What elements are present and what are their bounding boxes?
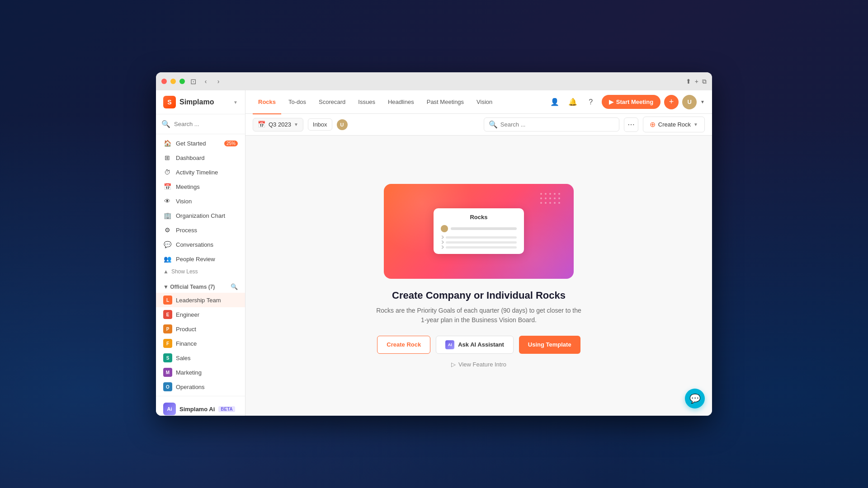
operations-team-avatar: O [163,382,172,391]
user-profile-btn[interactable]: 👤 [547,95,562,109]
toolbar: 📅 Q3 2023 ▼ Inbox U 🔍 ⋯ ⊕ Create R [245,114,712,136]
browser-back-btn[interactable]: ‹ [201,77,210,86]
get-started-badge: 25% [224,141,238,146]
empty-state: Rocks [366,175,592,377]
rocks-card-row-2 [441,241,517,244]
org-chart-icon: 🏢 [163,211,171,220]
browser-share-icon[interactable]: ⬆ [686,78,691,85]
marketing-team-avatar: M [163,368,172,377]
inbox-button[interactable]: Inbox [308,118,332,131]
tab-scorecard[interactable]: Scorecard [313,96,351,108]
nav-item-label: Process [176,227,197,234]
tab-to-dos[interactable]: To-dos [283,96,311,108]
nav-item-process[interactable]: ⚙ Process [156,223,245,237]
nav-item-org-chart[interactable]: 🏢 Organization Chart [156,208,245,223]
tab-issues[interactable]: Issues [353,96,381,108]
ask-ai-assistant-button[interactable]: AI Ask AI Assistant [436,336,514,354]
create-rock-empty-button[interactable]: Create Rock [377,336,430,354]
sidebar-search-input[interactable] [174,121,245,127]
traffic-light-yellow[interactable] [170,79,176,84]
nav-item-meetings[interactable]: 📅 Meetings [156,179,245,194]
dashboard-icon: ⊞ [163,154,171,162]
global-add-button[interactable]: + [664,95,679,109]
toolbar-search-container: 🔍 [484,117,619,131]
tab-headlines[interactable]: Headlines [382,96,420,108]
nav-item-people-review[interactable]: 👥 People Review [156,252,245,266]
toolbar-search-icon: 🔍 [489,120,498,129]
team-item-operations[interactable]: O Operations [156,380,245,394]
browser-chrome: ⊡ ‹ › ⬆ + ⧉ [156,72,712,90]
nav-item-activity-timeline[interactable]: ⏱ Activity Timeline [156,165,245,179]
team-item-sales[interactable]: S Sales [156,351,245,365]
tab-past-meetings[interactable]: Past Meetings [421,96,469,108]
show-less-button[interactable]: ▲ Show Less [156,266,245,277]
simplamo-ai-text: Simplamo Ai [179,406,215,413]
app-logo-text: Simplamo [179,98,214,106]
filter-button[interactable]: ⋯ [624,117,638,132]
tab-rocks[interactable]: Rocks [253,96,281,108]
view-feature-intro-link[interactable]: ▷ View Feature Intro [451,361,506,368]
logo-dropdown-icon[interactable]: ▼ [233,100,238,105]
rocks-preview-card: Rocks [434,208,524,254]
row-arrow-icon-2 [440,240,444,244]
row-arrow-icon-3 [440,245,444,249]
sidebar: S Simplamo ▼ 🔍 ⌘ K 🏠 Get Started 25% [156,90,245,416]
tab-vision[interactable]: Vision [471,96,498,108]
create-rock-dropdown-icon: ▼ [693,122,698,127]
start-meeting-button[interactable]: ▶ Start Meeting [602,95,660,109]
simplamo-ai-item[interactable]: Ai Simplamo Ai BETA [156,400,245,416]
simplamo-ai-logo: Ai [163,403,176,415]
ai-assistant-icon: AI [445,340,454,349]
teams-search-icon[interactable]: 🔍 [231,283,238,290]
nav-item-label: Activity Timeline [176,169,218,176]
conversations-icon: 💬 [163,240,171,249]
toolbar-search-input[interactable] [500,121,614,128]
browser-forward-btn[interactable]: › [214,77,223,86]
sidebar-logo[interactable]: S Simplamo ▼ [156,90,245,114]
team-item-engineer[interactable]: E Engineer [156,307,245,322]
team-item-product[interactable]: P Product [156,322,245,336]
top-nav: Rocks To-dos Scorecard Issues Headlines … [245,90,712,114]
create-rock-button[interactable]: ⊕ Create Rock ▼ [643,117,705,132]
row-line-3 [446,246,517,249]
team-item-leadership[interactable]: L Leadership Team [156,293,245,307]
get-started-icon: 🏠 [163,139,171,147]
people-review-icon: 👥 [163,255,171,263]
filter-icon: ⋯ [627,120,635,129]
traffic-light-green[interactable] [179,79,185,84]
nav-item-get-started[interactable]: 🏠 Get Started 25% [156,136,245,150]
traffic-light-red[interactable] [161,79,167,84]
notifications-btn[interactable]: 🔔 [566,95,580,109]
show-less-arrow-icon: ▲ [163,268,169,275]
engineer-team-avatar: E [163,310,172,319]
sidebar-toggle-icon[interactable]: ⊡ [189,77,198,86]
nav-item-vision[interactable]: 👁 Vision [156,194,245,208]
teams-header-text: ▼ Official Teams (7) [163,284,231,290]
team-item-finance[interactable]: F Finance [156,336,245,351]
chat-bubble-button[interactable]: 💬 [685,389,705,408]
user-avatar-filter[interactable]: U [337,119,348,130]
teams-collapse-icon[interactable]: ▼ [163,284,170,290]
play-intro-icon: ▷ [451,361,456,368]
user-dropdown-arrow[interactable]: ▼ [700,99,705,104]
rocks-illustration: Rocks [384,184,574,279]
empty-state-title: Create Company or Individual Rocks [392,290,566,301]
rocks-mini-line [451,227,517,230]
start-meeting-play-icon: ▶ [609,99,613,105]
quarter-dropdown-icon: ▼ [294,122,298,127]
vision-icon: 👁 [163,197,171,205]
browser-controls: ⬆ + ⧉ [686,78,707,85]
teams-section: ▼ Official Teams (7) 🔍 L Leadership Team… [156,279,245,396]
help-btn[interactable]: ? [584,95,598,109]
sidebar-search-container: 🔍 ⌘ K [156,114,245,134]
empty-state-description: Rocks are the Priority Goals of each qua… [375,306,583,325]
using-template-button[interactable]: Using Template [519,336,580,354]
quarter-selector[interactable]: 📅 Q3 2023 ▼ [253,118,303,131]
browser-new-tab-icon[interactable]: + [695,78,698,85]
team-item-marketing[interactable]: M Marketing [156,365,245,380]
nav-item-dashboard[interactable]: ⊞ Dashboard [156,150,245,165]
beta-badge: BETA [218,406,235,412]
nav-item-conversations[interactable]: 💬 Conversations [156,237,245,252]
user-avatar-dropdown[interactable]: U [682,95,697,109]
browser-copy-icon[interactable]: ⧉ [702,78,707,85]
